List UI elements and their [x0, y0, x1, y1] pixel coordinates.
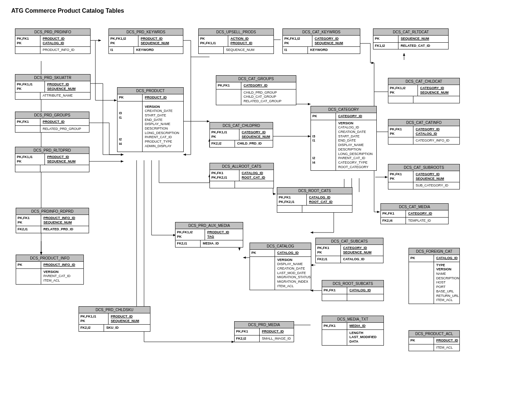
entity-row: PK,FK1CATEGORY_ID [216, 82, 296, 89]
table-dcs-cat-keywrds: DCS_CAT_KEYWRDSPK,FK1,I2PKCATEGORY_IDSEQ… [282, 28, 360, 54]
entity-title: DCS_UPSELL_PRODS [199, 29, 273, 36]
entity-row: PK,FK1,I2PKPRODUCT_IDTAG [175, 229, 243, 240]
key-column [388, 137, 413, 144]
key-column: PK,FK1 [322, 323, 347, 329]
entity-row: PKCATALOG_ID [409, 255, 459, 262]
key-column: PK [250, 250, 275, 256]
entity-title: DCS_ROOT_CATS [277, 188, 352, 194]
key-column: PK [409, 255, 434, 262]
value-column: SMALL_IMAGE_ID [260, 335, 294, 342]
key-column: PK,FK1,I2PK [283, 36, 312, 46]
key-column: PK,FK1PK,FK2,I1 [210, 170, 239, 181]
entity-row: PK,FK1PKPRODUCT_INFO_IDSEQUENCE_NUM [16, 215, 89, 226]
entity-row: PK,FK1CATEGORY_ID [381, 210, 448, 218]
key-column [277, 206, 302, 212]
value-column: CATEGORY_IDSEQUENCE_NUM [312, 36, 360, 46]
table-dcs-root-cats: DCS_ROOT_CATSPK,FK1PK,FK2,I1CATALOG_IDRO… [277, 187, 352, 213]
key-column: PK,FK1 [322, 287, 347, 294]
table-dcs-prdinfo-rdprd: DCS_PRDINFO_RDPRDPK,FK1PKPRODUCT_INFO_ID… [16, 208, 89, 233]
value-column: PRODUCT_IDSEQUENCE_NUM [108, 313, 150, 324]
key-column [216, 89, 241, 105]
value-column: ACTION_IDPRODUCT_ID [228, 36, 273, 46]
value-column: CATEGORY_IDCATALOG_ID [413, 126, 459, 137]
entity-row: PK,FK1CATALOG_ID [322, 287, 383, 294]
value-column: CATALOG_ID [434, 255, 460, 262]
entity-title: DCS_ALLROOT_CATS [210, 163, 273, 170]
value-column: PRODUCT_INFO_ID [40, 47, 90, 54]
value-column: PRODUCT_INFO_ID [41, 262, 83, 268]
entity-row: ATTRIBUTE_NAME [15, 92, 90, 99]
value-column: CATALOG_IDROOT_CAT_ID [239, 170, 273, 181]
page-title: ATG Commerce Product Catalog Tables [11, 7, 521, 14]
table-dcs-cat-groups: DCS_CAT_GROUPSPK,FK1CATEGORY_ID CHILD_PR… [216, 75, 296, 105]
table-dcs-cat-media: DCS_CAT_MEDIAPK,FK1CATEGORY_IDFK2,I4TEMP… [380, 203, 449, 224]
key-column: FK2,I2 [79, 325, 104, 331]
entity-row: I3I1 I2I4 VERSIONCATALOG_IDCREATION_DATE… [311, 120, 376, 171]
key-column [15, 47, 40, 54]
key-column: I1 [283, 47, 308, 54]
entity-row: PK,FK1,I1PKPRODUCT_IDSEQUENCE_NUM [15, 154, 89, 165]
table-dcs-prd-groups: DCS_PRD_GROUPSPK,FK1PRODUCT_ID RELATED_P… [15, 112, 89, 133]
key-column: PK,FK1,I2PK [388, 85, 418, 96]
entity-row: PRODUCT_INFO_ID [15, 47, 90, 54]
value-column: KEYWORD [134, 47, 183, 54]
entity-title: DCS_CATALOG [250, 243, 311, 250]
key-column: I3I1 I2I4 [117, 101, 143, 152]
value-column: KEYWORD [308, 47, 360, 54]
key-column: FK2,I1 [316, 256, 341, 263]
entity-title: DCS_PRODUCT_INFO [16, 255, 83, 262]
key-column: PK,FK1,I1PK [15, 81, 45, 92]
key-column [199, 47, 224, 54]
key-column: PK [373, 36, 398, 42]
key-column [409, 262, 434, 304]
key-column: PK,FK1 [15, 119, 40, 125]
entity-title: DCS_PRD_SKUATTR [15, 75, 90, 81]
table-dcs-root-subcats: DCS_ROOT_SUBCATSPK,FK1CATALOG_ID [322, 280, 384, 301]
entity-row: PKPRODUCT_ID [117, 94, 183, 101]
entity-title: DCS_CAT_GROUPS [216, 76, 296, 82]
entity-row: PK,FK1,I1PKPRODUCT_IDSEQUENCE_NUM [15, 81, 90, 92]
key-column [388, 96, 413, 103]
table-dcs-prd-prdinfo: DCS_PRD_PRDINFOPK,FK1PKPRODUCT_IDCATALOG… [15, 28, 91, 54]
table-dcs-prd-skuattr: DCS_PRD_SKUATTRPK,FK1,I1PKPRODUCT_IDSEQU… [15, 74, 91, 100]
value-column: PRODUCT_ID [143, 94, 183, 101]
entity-title: DCS_FOREIGN_CAT [409, 248, 459, 255]
table-dcs-media-txt: DCS_MEDIA_TXTPK,FK1MEDIA_ID LENGTHLAST_M… [322, 316, 384, 346]
value-column: SEQUENCE_NUM [224, 47, 273, 54]
value-column: SEQUENCE_NUM [398, 36, 448, 42]
value-column: CATALOG_ID [275, 250, 311, 256]
entity-row: PK,FK1MEDIA_ID [322, 323, 383, 330]
table-dcs-allroot-cats: DCS_ALLROOT_CATSPK,FK1PK,FK2,I1CATALOG_I… [210, 163, 274, 188]
value-column [413, 96, 459, 103]
entity-row: SUB_CATEGORY_ID [388, 182, 459, 189]
er-diagram: DCS_PRD_PRDINFOPK,FK1PKPRODUCT_IDCATALOG… [11, 25, 520, 385]
key-column: PK,FK1PK [388, 171, 413, 182]
entity-row: FK1,I2RELATED_CAT_ID [373, 43, 448, 49]
value-column: RELATED_PRD_GROUP [40, 126, 89, 133]
table-dcs-catalog: DCS_CATALOGPKCATALOG_ID VERSIONDISPLAY_N… [250, 243, 311, 290]
entity-title: DCS_PRD_RLTDPRD [15, 147, 89, 154]
key-column [210, 181, 235, 188]
table-dcs-prd-chldsku: DCS_PRD_CHLDSKUPK,FK1,I1PKPRODUCT_IDSEQU… [79, 306, 150, 332]
key-column: FK2,I2 [235, 335, 260, 342]
entity-row [277, 206, 352, 212]
key-column: PK,FK1PK [388, 126, 413, 137]
entity-row: I3I1 I2I4 VERSIONCREATION_DATESTART_DATE… [117, 101, 183, 152]
entity-row: PK,FK1PRODUCT_ID [15, 119, 89, 126]
entity-row: PK,FK1,I2PKCATEGORY_IDSEQUENCE_NUM [283, 36, 360, 47]
key-column: PK,FK1,I1PK [15, 154, 45, 165]
value-column: CATALOG_ID [341, 256, 383, 263]
entity-title: DCS_PRD_AUX_MEDIA [175, 222, 243, 229]
entity-row: I1KEYWORD [283, 47, 360, 54]
key-column [16, 269, 41, 284]
key-column [388, 182, 413, 189]
value-column: ATTRIBUTE_NAME [40, 92, 90, 99]
key-column [15, 126, 40, 133]
key-column: FK1,I2 [373, 43, 398, 49]
value-column: MEDIA_ID [201, 240, 243, 247]
entity-title: DCS_CAT_CHLDPRD [210, 122, 273, 129]
key-column: FK2,I2 [210, 140, 235, 147]
table-dcs-category: DCS_CATEGORYPKCATEGORY_ID I3I1 I2I4 VERS… [311, 106, 377, 171]
entity-title: DCS_PRODUCT_ACL [409, 331, 459, 337]
entity-title: DCS_PRD_CHLDSKU [79, 307, 150, 313]
